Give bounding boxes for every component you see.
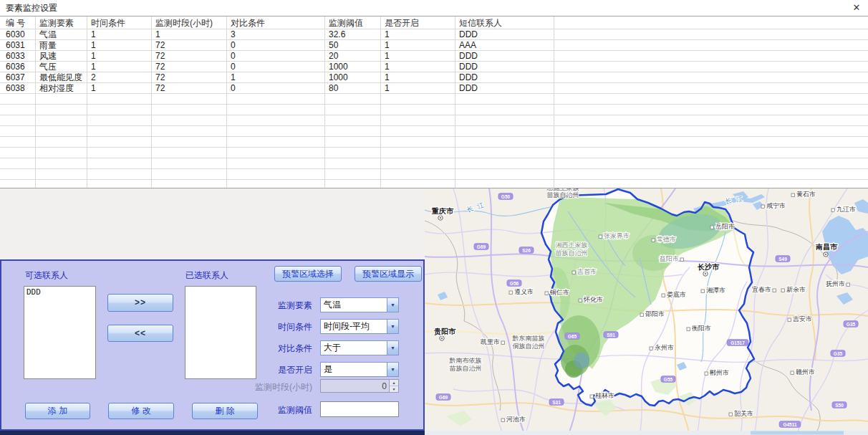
table-cell[interactable]: DDD [455, 51, 554, 62]
table-cell[interactable] [325, 105, 381, 115]
table-cell[interactable]: 1 [87, 83, 152, 94]
table-cell[interactable] [152, 126, 227, 137]
table-cell[interactable] [325, 148, 381, 158]
table-cell[interactable]: 0 [227, 51, 325, 62]
table-cell[interactable]: 6037 [0, 72, 36, 83]
table-cell[interactable]: 20 [325, 51, 381, 62]
table-cell[interactable]: 1 [152, 29, 227, 40]
table-cell[interactable] [455, 169, 554, 180]
move-left-button[interactable]: << [107, 325, 173, 342]
table-cell[interactable]: 0 [227, 40, 325, 51]
table-cell[interactable]: DDD [455, 29, 554, 40]
enabled-select[interactable]: 是 ▼ [320, 362, 399, 377]
table-cell[interactable] [227, 105, 325, 115]
table-cell[interactable] [0, 105, 36, 115]
table-cell[interactable] [0, 169, 36, 180]
table-cell[interactable]: 72 [152, 62, 227, 72]
table-cell[interactable] [455, 105, 554, 115]
table-cell[interactable] [87, 137, 152, 148]
table-cell[interactable]: 50 [325, 40, 381, 51]
table-cell[interactable]: 1 [381, 83, 455, 94]
table-cell[interactable]: 0 [227, 62, 325, 72]
table-cell[interactable] [152, 169, 227, 180]
table-cell[interactable] [227, 137, 325, 148]
table-cell[interactable] [36, 169, 87, 180]
table-cell[interactable]: 32.6 [325, 29, 381, 40]
table-cell[interactable]: DDD [455, 83, 554, 94]
chevron-down-icon[interactable]: ▼ [387, 320, 398, 333]
table-cell[interactable] [325, 115, 381, 126]
table-cell[interactable]: 1 [381, 51, 455, 62]
table-row[interactable]: 6033风速1720201DDD [0, 51, 868, 62]
table-cell[interactable]: 3 [227, 29, 325, 40]
table-cell[interactable] [455, 126, 554, 137]
table-cell[interactable]: DDD [455, 62, 554, 72]
table-cell[interactable] [227, 148, 325, 158]
table-cell[interactable] [381, 126, 455, 137]
table-cell[interactable]: 1 [227, 72, 325, 83]
table-cell[interactable] [36, 137, 87, 148]
table-row[interactable] [0, 158, 868, 169]
available-contacts-list[interactable]: DDD [24, 286, 96, 379]
table-cell[interactable] [36, 126, 87, 137]
table-cell[interactable]: 雨量 [36, 40, 87, 51]
table-cell[interactable] [381, 148, 455, 158]
table-cell[interactable]: 6036 [0, 62, 36, 72]
add-button[interactable]: 添 加 [25, 403, 90, 419]
table-cell[interactable]: 气温 [36, 29, 87, 40]
table-cell[interactable] [87, 148, 152, 158]
table-cell[interactable]: 1 [87, 29, 152, 40]
table-row[interactable]: 6030气温11332.61DDD [0, 29, 868, 40]
warn-area-display-button[interactable]: 预警区域显示 [355, 266, 422, 282]
region-map[interactable]: G50G69S26G56G69S31G65S91S49G1517G55G35G3… [425, 188, 868, 435]
threshold-input[interactable] [320, 401, 399, 417]
table-cell[interactable]: 风速 [36, 51, 87, 62]
table-cell[interactable] [227, 115, 325, 126]
table-cell[interactable] [325, 158, 381, 169]
chevron-down-icon[interactable]: ▼ [387, 341, 398, 355]
table-cell[interactable] [87, 105, 152, 115]
table-cell[interactable] [87, 94, 152, 105]
table-cell[interactable] [36, 158, 87, 169]
table-row[interactable] [0, 169, 868, 180]
list-item[interactable]: DDD [24, 287, 95, 297]
table-cell[interactable]: DDD [455, 72, 554, 83]
table-cell[interactable] [152, 94, 227, 105]
table-cell[interactable] [325, 94, 381, 105]
table-row[interactable] [0, 137, 868, 148]
table-cell[interactable]: 1 [87, 40, 152, 51]
table-cell[interactable] [455, 148, 554, 158]
table-cell[interactable]: 6030 [0, 29, 36, 40]
table-cell[interactable] [381, 105, 455, 115]
table-row[interactable]: 6036气压172010001DDD [0, 62, 868, 72]
table-cell[interactable]: 72 [152, 72, 227, 83]
spin-down-icon[interactable]: ▼ [390, 386, 398, 392]
table-cell[interactable]: 6031 [0, 40, 36, 51]
table-cell[interactable] [36, 115, 87, 126]
table-cell[interactable] [0, 148, 36, 158]
table-cell[interactable] [325, 126, 381, 137]
table-cell[interactable]: AAA [455, 40, 554, 51]
spin-up-icon[interactable]: ▲ [390, 380, 398, 386]
table-cell[interactable] [381, 94, 455, 105]
table-cell[interactable] [455, 94, 554, 105]
chevron-down-icon[interactable]: ▼ [387, 363, 398, 376]
table-cell[interactable]: 1 [87, 62, 152, 72]
table-row[interactable]: 6031雨量1720501AAA [0, 40, 868, 51]
table-cell[interactable] [0, 115, 36, 126]
warn-area-select-button[interactable]: 预警区域选择 [274, 266, 342, 282]
table-cell[interactable] [0, 126, 36, 137]
table-cell[interactable] [227, 158, 325, 169]
table-row[interactable] [0, 94, 868, 105]
table-cell[interactable]: 1000 [325, 72, 381, 83]
table-cell[interactable] [381, 137, 455, 148]
table-cell[interactable] [325, 137, 381, 148]
table-cell[interactable] [87, 169, 152, 180]
table-cell[interactable]: 72 [152, 51, 227, 62]
table-cell[interactable] [381, 158, 455, 169]
table-cell[interactable]: 2 [87, 72, 152, 83]
table-cell[interactable]: 1 [381, 72, 455, 83]
table-row[interactable] [0, 105, 868, 115]
map-scrollbar-thumb[interactable] [751, 431, 844, 435]
table-cell[interactable]: 1 [381, 40, 455, 51]
